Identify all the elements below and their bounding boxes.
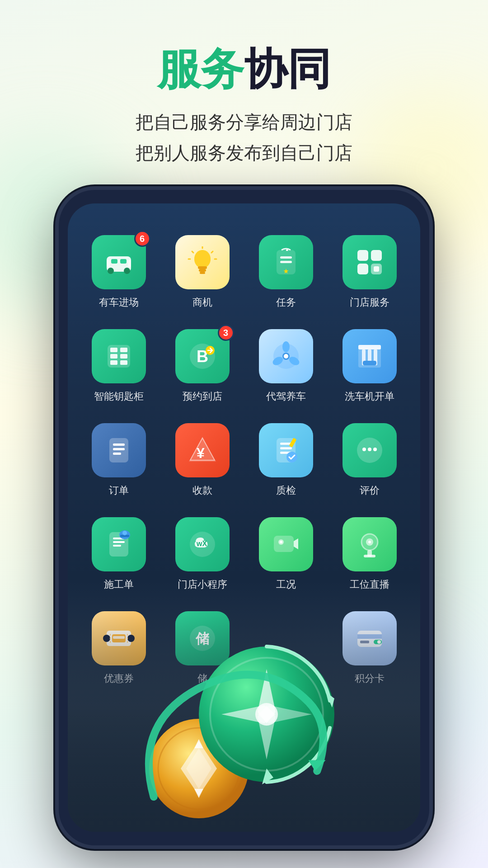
svg-point-85 [103,635,110,642]
app-label-order: 订单 [109,484,129,497]
app-item-smart-key[interactable]: 智能钥匙柜 [77,320,160,414]
app-item-live[interactable]: 工况 [244,508,328,602]
coin-gold [145,714,253,823]
app-item-task[interactable]: 任务 [244,226,328,320]
app-icon-qa [259,423,313,477]
svg-point-8 [194,250,211,268]
svg-line-15 [192,251,193,253]
app-item-payment[interactable]: ¥ 收款 [160,414,244,508]
app-item-qa[interactable]: 质检 [244,414,328,508]
app-label-coupon: 优惠券 [104,672,134,685]
app-icon-appointment: 3 B [175,329,230,383]
app-item-drive-care[interactable]: 代驾养车 [244,320,328,414]
svg-rect-26 [374,266,379,272]
app-item-workstation-live[interactable]: 工位直播 [328,508,411,602]
app-icon-payment: ¥ [175,423,230,477]
app-label-qa: 质检 [276,484,296,497]
svg-rect-28 [110,348,117,352]
svg-rect-10 [199,269,206,272]
app-item-storage[interactable]: 储 储 [160,602,244,696]
svg-rect-31 [120,354,127,359]
svg-rect-47 [358,345,381,349]
svg-marker-105 [258,705,276,760]
svg-marker-100 [181,741,217,796]
app-item-opportunity[interactable]: 商机 [160,226,244,320]
svg-point-4 [124,268,130,274]
app-label-appointment: 预约到店 [183,390,222,403]
app-label-task: 任务 [276,296,296,309]
svg-marker-106 [221,705,276,723]
app-label-live: 工况 [276,578,296,591]
app-label-storage: 储 [197,672,207,685]
app-icon-smart-key [92,329,146,383]
page-title: 服务协同 [27,45,461,93]
app-label-workstation-live: 工位直播 [350,578,389,591]
app-grid: 6 有车进场 [68,203,420,705]
title-dark: 协同 [244,45,331,93]
svg-rect-75 [274,536,294,552]
svg-point-86 [127,635,135,642]
svg-text:wX: wX [196,540,207,547]
svg-rect-19 [280,261,292,263]
badge-car-entry: 6 [134,231,150,247]
app-icon-order [92,423,146,477]
svg-rect-58 [280,447,292,449]
app-item-wash-machine[interactable]: 洗车机开单 [328,320,411,414]
app-item-review[interactable]: 评价 [328,414,411,508]
svg-point-72 [122,531,127,535]
app-item-coupon[interactable]: 优惠券 [77,602,160,696]
app-icon-workstation-live [343,517,397,571]
svg-text:¥: ¥ [197,445,205,461]
header: 服务协同 把自己服务分享给周边门店 把别人服务发布到自己门店 [0,0,488,195]
app-label-mini-program: 门店小程序 [178,578,227,591]
app-item-work-order[interactable]: 施工单 [77,508,160,602]
app-label-wash-machine: 洗车机开单 [345,390,394,403]
app-label-work-order: 施工单 [104,578,134,591]
svg-marker-107 [258,705,312,723]
phone-frame: 6 有车进场 [59,190,429,845]
svg-point-65 [373,448,377,451]
app-item-points-card[interactable]: 积分卡 [328,602,411,696]
svg-marker-111 [309,760,326,771]
app-item-appointment[interactable]: 3 B 预约到店 [160,320,244,414]
svg-rect-1 [111,259,117,264]
app-icon-points-card [343,611,397,665]
app-label-payment: 收款 [192,484,212,497]
app-icon-work-order [92,517,146,571]
svg-rect-50 [113,443,125,446]
svg-point-81 [368,541,371,543]
title-green: 服务 [157,45,244,93]
svg-point-99 [158,728,239,809]
svg-rect-69 [113,545,121,547]
app-icon-storage: 储 [175,611,230,665]
app-icon-live [259,517,313,571]
app-item-store-service[interactable]: 门店服务 [328,226,411,320]
svg-point-98 [149,719,249,818]
app-label-review: 评价 [360,484,380,497]
phone-mockup: 6 有车进场 [59,190,429,845]
app-label-points-card: 积分卡 [355,672,385,685]
app-label-store-service: 门店服务 [350,296,389,309]
svg-marker-101 [186,748,211,789]
app-icon-wash-machine [343,329,397,383]
svg-rect-29 [120,348,127,352]
svg-rect-24 [357,264,368,274]
app-icon-store-service [343,235,397,289]
subtitle: 把自己服务分享给周边门店 把别人服务发布到自己门店 [27,107,461,168]
app-item-car-entry[interactable]: 6 有车进场 [77,226,160,320]
svg-rect-9 [198,266,207,269]
svg-point-42 [284,354,288,359]
svg-point-64 [368,448,371,451]
svg-rect-5 [107,260,110,267]
svg-rect-48 [363,361,376,365]
app-label-car-entry: 有车进场 [99,296,139,309]
app-item-order[interactable]: 订单 [77,414,160,508]
app-icon-car-entry: 6 [92,235,146,289]
svg-rect-11 [200,272,205,274]
app-icon-coupon [92,611,146,665]
svg-point-63 [362,448,366,451]
svg-rect-18 [280,256,292,259]
app-item-mini-program[interactable]: wX 门店小程序 [160,508,244,602]
app-icon-blank [259,611,313,665]
svg-marker-76 [294,538,298,549]
